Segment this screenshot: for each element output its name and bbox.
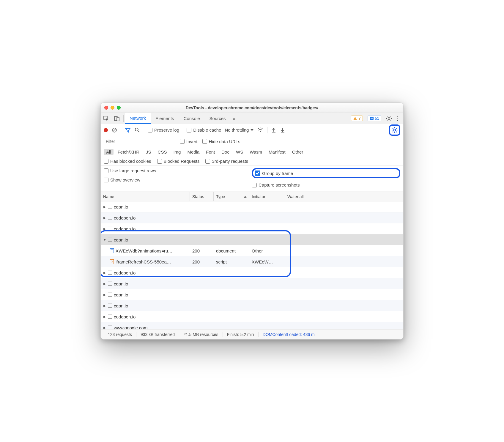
frame-icon [108,304,112,308]
cell-name: ▶codepen.io [101,215,190,220]
table-row[interactable]: ▶cdpn.io [101,300,403,311]
import-har-icon[interactable] [271,127,276,133]
capture-screenshots-label: Capture screenshots [259,182,300,187]
status-requests: 123 requests [104,332,136,337]
table-body: ▶cdpn.io▶codepen.io▶codepen.io▼cdpn.ioXW… [101,201,403,329]
blocked-requests-checkbox[interactable]: Blocked Requests [157,159,200,164]
initiator-link[interactable]: XWEeW… [252,259,273,264]
settings-icon[interactable] [386,116,392,121]
col-name[interactable]: Name [101,192,190,201]
close-window-button[interactable] [104,106,108,110]
hide-data-urls-checkbox[interactable]: Hide data URLs [202,139,240,144]
window-controls [104,106,121,110]
invert-checkbox[interactable]: Invert [180,139,198,144]
device-toolbar-icon[interactable] [111,113,122,124]
table-row[interactable]: ▶cdpn.io [101,278,403,289]
throttling-select[interactable]: No throttling [225,127,253,132]
disclosure-icon[interactable]: ▶ [103,304,106,308]
table-row[interactable]: ▶cdpn.io [101,289,403,300]
type-filter-fetchxhr[interactable]: Fetch/XHR [115,149,142,155]
svg-rect-2 [117,117,119,121]
frame-icon [108,315,112,319]
table-row[interactable]: ▶codepen.io [101,311,403,322]
disclosure-icon[interactable]: ▶ [103,326,106,329]
disclosure-icon[interactable]: ▶ [103,315,106,319]
cell-name: ▶codepen.io [101,226,190,231]
type-filter-wasm[interactable]: Wasm [247,149,264,155]
type-filter-ws[interactable]: WS [234,149,245,155]
disclosure-icon[interactable]: ▶ [103,282,106,286]
col-waterfall[interactable]: Waterfall [285,192,403,201]
col-status[interactable]: Status [190,192,214,201]
more-tabs-button[interactable]: » [231,113,238,124]
frame-icon [108,271,112,275]
table-row[interactable]: ▶cdpn.io [101,201,403,212]
cell-name: ▶cdpn.io [101,204,190,209]
col-initiator[interactable]: Initiator [249,192,285,201]
type-filter-doc[interactable]: Doc [219,149,232,155]
table-row[interactable]: ▼cdpn.io [101,234,403,245]
third-party-checkbox[interactable]: 3rd-party requests [205,159,248,164]
zoom-window-button[interactable] [117,106,121,110]
table-row[interactable]: ⟨⟩iframeRefreshCSS-550ea…200scriptXWEeW… [101,256,403,267]
large-rows-checkbox[interactable]: Use large request rows [104,168,252,173]
kebab-menu-icon[interactable]: ⋮ [395,115,401,122]
blocked-cookies-checkbox[interactable]: Has blocked cookies [104,159,151,164]
minimize-window-button[interactable] [111,106,114,110]
row-label: codepen.io [114,270,136,275]
col-type-label: Type [216,194,225,199]
messages-badge[interactable]: 51 [368,116,381,121]
type-filter-img[interactable]: Img [171,149,183,155]
disclosure-icon[interactable]: ▶ [103,271,106,275]
row-label: codepen.io [114,215,136,220]
row-label: cdpn.io [114,303,128,308]
type-filter-js[interactable]: JS [144,149,154,155]
tab-console[interactable]: Console [179,113,205,124]
record-button[interactable] [104,128,108,132]
script-icon: ⟨⟩ [110,259,114,264]
disclosure-icon[interactable]: ▶ [103,205,106,209]
network-settings-button[interactable] [389,124,400,136]
tab-elements[interactable]: Elements [151,113,179,124]
table-row[interactable]: XWEeWdb?animations=ru…200documentOther [101,245,403,256]
row-label: codepen.io [114,226,136,231]
disclosure-icon[interactable]: ▼ [103,238,106,241]
frame-icon [108,205,112,209]
warnings-badge[interactable]: 7 [351,116,363,121]
export-har-icon[interactable] [280,127,285,133]
status-transferred: 933 kB transferred [136,332,179,337]
filter-icon[interactable] [125,127,131,133]
preserve-log-checkbox[interactable]: Preserve log [148,127,179,132]
group-by-frame-checkbox[interactable]: Group by frame [255,171,293,176]
type-filter-font[interactable]: Font [204,149,217,155]
table-row[interactable]: ▶codepen.io [101,267,403,278]
disable-cache-checkbox[interactable]: Disable cache [187,127,221,132]
preserve-log-label: Preserve log [154,127,179,132]
row-label: iframeRefreshCSS-550ea… [116,259,171,264]
col-type[interactable]: Type [214,192,249,201]
filter-input[interactable] [104,138,175,145]
tab-sources[interactable]: Sources [205,113,231,124]
search-icon[interactable] [134,127,140,133]
capture-screenshots-checkbox[interactable]: Capture screenshots [252,182,400,187]
frame-icon [108,282,112,286]
disclosure-icon[interactable]: ▶ [103,227,106,231]
table-row[interactable]: ▶www.google.com [101,322,403,329]
tab-network[interactable]: Network [125,113,151,124]
type-filter-manifest[interactable]: Manifest [266,149,288,155]
network-conditions-icon[interactable] [257,127,264,133]
hide-data-urls-label: Hide data URLs [209,139,240,144]
type-filter-css[interactable]: CSS [155,149,169,155]
disclosure-icon[interactable]: ▶ [103,293,106,297]
row-label: XWEeWdb?animations=ru… [116,248,172,253]
table-row[interactable]: ▶codepen.io [101,223,403,234]
type-filter-media[interactable]: Media [185,149,202,155]
type-filter-other[interactable]: Other [290,149,306,155]
clear-icon[interactable] [111,127,117,133]
sort-asc-icon [244,196,247,198]
inspect-element-icon[interactable] [101,113,111,124]
type-filter-all[interactable]: All [104,149,114,155]
disclosure-icon[interactable]: ▶ [103,216,106,220]
show-overview-checkbox[interactable]: Show overview [104,177,252,182]
table-row[interactable]: ▶codepen.io [101,212,403,223]
